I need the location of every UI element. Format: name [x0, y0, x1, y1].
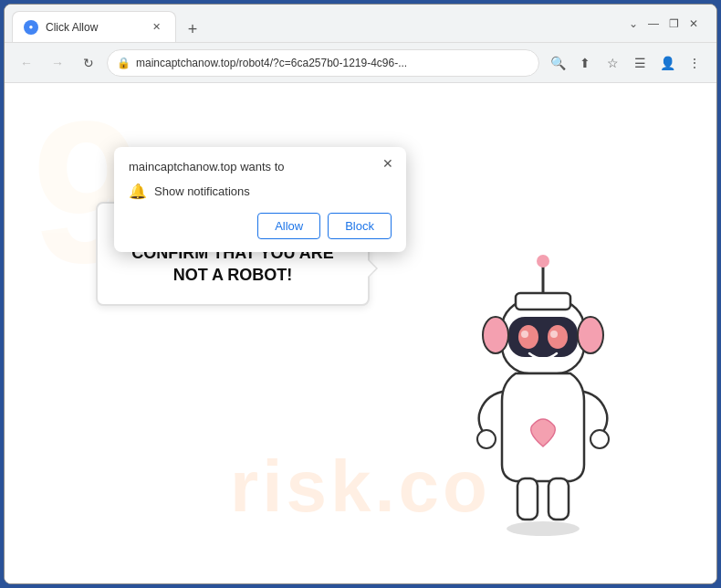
tab-favicon — [24, 20, 38, 35]
title-bar: Click Allow ✕ + ⌄ — ❐ ✕ — [5, 5, 716, 43]
bookmark-icon[interactable]: ☆ — [600, 50, 625, 76]
address-text: maincaptchanow.top/robot4/?c=6ca257b0-12… — [136, 57, 529, 69]
svg-point-16 — [507, 521, 580, 536]
nav-icons: 🔍 ⬆ ☆ ☰ 👤 ⋮ — [545, 50, 707, 76]
popup-notification-text: Show notifications — [154, 184, 250, 198]
robot-character — [443, 255, 643, 547]
nav-bar: ← → ↻ 🔒 maincaptchanow.top/robot4/?c=6ca… — [5, 43, 716, 83]
svg-point-9 — [550, 331, 558, 338]
window-close-button[interactable]: ✕ — [685, 16, 702, 32]
notification-popup: maincaptchanow.top wants to ✕ 🔔 Show not… — [114, 147, 406, 252]
popup-row: 🔔 Show notifications — [129, 183, 392, 200]
svg-point-6 — [518, 325, 538, 349]
popup-close-button[interactable]: ✕ — [379, 154, 397, 173]
bell-icon: 🔔 — [129, 183, 147, 200]
address-bar[interactable]: 🔒 maincaptchanow.top/robot4/?c=6ca257b0-… — [107, 49, 539, 77]
back-button[interactable]: ← — [14, 50, 39, 76]
tab-area: Click Allow ✕ + — [12, 5, 614, 42]
svg-point-2 — [537, 255, 549, 268]
tab-title: Click Allow — [46, 21, 141, 34]
menu-icon[interactable]: ⋮ — [682, 50, 707, 76]
forward-button[interactable]: → — [45, 50, 70, 76]
svg-rect-14 — [517, 478, 538, 520]
block-button[interactable]: Block — [328, 213, 392, 239]
svg-rect-15 — [549, 478, 569, 520]
tab-close-button[interactable]: ✕ — [148, 19, 164, 36]
maximize-button[interactable]: ❐ — [665, 16, 682, 32]
browser-window: Click Allow ✕ + ⌄ — ❐ ✕ ← → ↻ 🔒 maincapt… — [4, 4, 717, 584]
window-controls: ⌄ — ❐ ✕ — [618, 16, 709, 32]
svg-point-12 — [477, 430, 496, 448]
svg-point-13 — [590, 430, 609, 448]
chevron-down-icon[interactable]: ⌄ — [625, 16, 642, 32]
popup-title: maincaptchanow.top wants to — [129, 160, 392, 173]
svg-point-11 — [578, 317, 603, 353]
new-tab-button[interactable]: + — [180, 16, 205, 42]
popup-buttons: Allow Block — [129, 213, 392, 239]
svg-rect-4 — [516, 293, 570, 310]
minimize-button[interactable]: — — [645, 16, 662, 32]
profile-icon[interactable]: 👤 — [654, 50, 680, 76]
allow-button[interactable]: Allow — [257, 213, 320, 239]
svg-point-7 — [548, 325, 568, 349]
lock-icon: 🔒 — [117, 57, 131, 69]
svg-point-10 — [483, 317, 508, 353]
page-content: risk.co 9 maincaptchanow.top wants to ✕ … — [5, 83, 716, 583]
search-icon[interactable]: 🔍 — [545, 50, 570, 76]
browser-tab[interactable]: Click Allow ✕ — [12, 11, 176, 42]
reload-button[interactable]: ↻ — [76, 50, 101, 76]
svg-point-8 — [521, 331, 528, 338]
extension-icon[interactable]: ☰ — [627, 50, 653, 76]
share-icon[interactable]: ⬆ — [572, 50, 598, 76]
